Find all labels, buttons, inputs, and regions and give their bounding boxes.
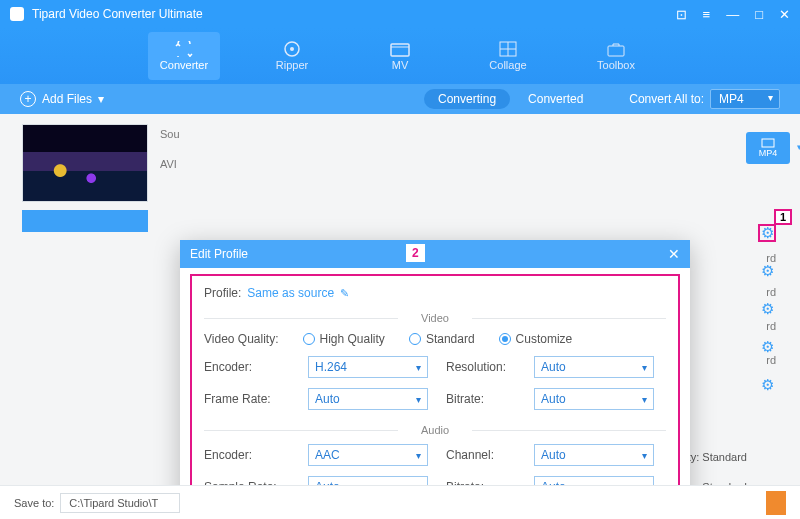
add-files-label: Add Files — [42, 92, 92, 106]
video-thumbnail[interactable] — [22, 124, 148, 202]
add-files-button[interactable]: + Add Files ▾ — [20, 91, 104, 107]
annotation-1: 1 — [774, 209, 792, 225]
main-nav: Converter Ripper MV Collage Toolbox — [0, 28, 800, 84]
rd-text: rd — [766, 252, 776, 286]
app-logo-icon — [10, 7, 24, 21]
close-icon[interactable]: ✕ — [779, 7, 790, 22]
nav-label: Toolbox — [597, 59, 635, 71]
plus-icon: + — [20, 91, 36, 107]
bottom-bar: Save to: C:\Tipard Studio\T — [0, 485, 800, 519]
app-title: Tipard Video Converter Ultimate — [32, 7, 676, 21]
clip-source-label: Sou — [160, 128, 190, 140]
svg-rect-2 — [391, 44, 409, 56]
convert-all-button[interactable] — [766, 491, 786, 515]
selection-strip — [22, 210, 148, 232]
output-format-badge[interactable]: MP4 — [746, 132, 790, 164]
nav-label: Collage — [489, 59, 526, 71]
nav-label: Converter — [160, 59, 208, 71]
rd-text: rd — [766, 286, 776, 320]
dialog-close-icon[interactable]: ✕ — [668, 246, 680, 262]
badge-label: MP4 — [759, 148, 778, 158]
clip-meta: Sou AVI — [160, 124, 190, 170]
feedback-icon[interactable]: ⊡ — [676, 7, 687, 22]
dialog-title: Edit Profile — [190, 247, 248, 261]
edit-icon[interactable]: ✎ — [340, 287, 349, 300]
audio-encoder-dropdown[interactable]: AAC — [308, 444, 428, 466]
rd-text: rd — [766, 354, 776, 388]
svg-point-1 — [290, 47, 294, 51]
video-quality-label: Video Quality: — [204, 332, 279, 346]
dialog-titlebar: Edit Profile ✕ 2 — [180, 240, 690, 268]
tab-converted[interactable]: Converted — [514, 89, 597, 109]
converter-icon — [174, 41, 194, 57]
chevron-down-icon: ▾ — [98, 92, 104, 106]
nav-ripper[interactable]: Ripper — [256, 32, 328, 80]
menu-icon[interactable]: ≡ — [703, 7, 711, 22]
profile-value: Same as source — [247, 286, 334, 300]
minimize-icon[interactable]: — — [726, 7, 739, 22]
video-bitrate-dropdown[interactable]: Auto — [534, 388, 654, 410]
nav-collage[interactable]: Collage — [472, 32, 544, 80]
radio-icon — [499, 333, 511, 345]
work-area: Sou AVI MP4 1 ⚙ ⚙ ⚙ ⚙ ⚙ rd rd rd rd HEVC… — [0, 114, 800, 485]
dialog-body: Profile: Same as source ✎ Video Video Qu… — [190, 274, 680, 514]
radio-icon — [303, 333, 315, 345]
radio-label: Standard — [426, 332, 475, 346]
edit-profile-dialog: Edit Profile ✕ 2 Profile: Same as source… — [180, 240, 690, 519]
video-encoder-dropdown[interactable]: H.264 — [308, 356, 428, 378]
audio-encoder-label: Encoder: — [204, 448, 290, 462]
svg-rect-5 — [762, 139, 774, 147]
tab-converting[interactable]: Converting — [424, 89, 510, 109]
truncated-quality-column: rd rd rd rd — [766, 252, 776, 388]
radio-label: Customize — [516, 332, 573, 346]
rd-text: rd — [766, 320, 776, 354]
radio-label: High Quality — [320, 332, 385, 346]
video-framerate-dropdown[interactable]: Auto — [308, 388, 428, 410]
convert-all-label: Convert All to: — [629, 92, 704, 106]
convert-all-dropdown[interactable]: MP4 — [710, 89, 780, 109]
film-icon — [761, 138, 775, 148]
radio-high-quality[interactable]: High Quality — [303, 332, 385, 346]
title-bar: Tipard Video Converter Ultimate ⊡ ≡ — □ … — [0, 0, 800, 28]
conversion-tabs: Converting Converted — [424, 89, 597, 109]
nav-label: MV — [392, 59, 409, 71]
collage-icon — [498, 41, 518, 57]
nav-label: Ripper — [276, 59, 308, 71]
radio-standard[interactable]: Standard — [409, 332, 475, 346]
profile-label: Profile: — [204, 286, 241, 300]
sub-toolbar: + Add Files ▾ Converting Converted Conve… — [0, 84, 800, 114]
video-framerate-label: Frame Rate: — [204, 392, 290, 406]
video-resolution-dropdown[interactable]: Auto — [534, 356, 654, 378]
radio-customize[interactable]: Customize — [499, 332, 573, 346]
audio-group-label: Audio — [204, 424, 666, 436]
save-to-label: Save to: — [14, 497, 54, 509]
window-controls: ⊡ ≡ — □ ✕ — [676, 7, 790, 22]
nav-converter[interactable]: Converter — [148, 32, 220, 80]
video-encoder-label: Encoder: — [204, 360, 290, 374]
radio-icon — [409, 333, 421, 345]
maximize-icon[interactable]: □ — [755, 7, 763, 22]
video-group-label: Video — [204, 312, 666, 324]
save-path-field[interactable]: C:\Tipard Studio\T — [60, 493, 180, 513]
svg-rect-4 — [608, 46, 624, 56]
audio-channel-dropdown[interactable]: Auto — [534, 444, 654, 466]
clip-format-label: AVI — [160, 158, 190, 170]
nav-toolbox[interactable]: Toolbox — [580, 32, 652, 80]
annotation-2: 2 — [406, 244, 425, 262]
toolbox-icon — [606, 41, 626, 57]
audio-channel-label: Channel: — [446, 448, 516, 462]
nav-mv[interactable]: MV — [364, 32, 436, 80]
convert-all-control: Convert All to: MP4 — [629, 89, 780, 109]
video-bitrate-label: Bitrate: — [446, 392, 516, 406]
ripper-icon — [282, 41, 302, 57]
video-resolution-label: Resolution: — [446, 360, 516, 374]
mv-icon — [390, 41, 410, 57]
gear-icon[interactable]: ⚙ — [758, 224, 776, 242]
